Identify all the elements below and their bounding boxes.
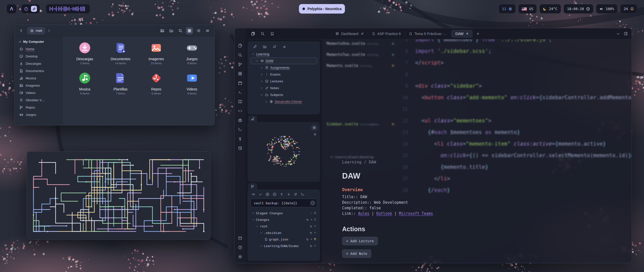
weather-indicator[interactable]: 24°C bbox=[539, 4, 561, 14]
thumbnails-button[interactable] bbox=[158, 27, 166, 35]
sidebar-item-documentos[interactable]: Documentos bbox=[17, 67, 60, 75]
sidebar-item-desktop[interactable]: Desktop bbox=[17, 53, 60, 60]
list-view-button[interactable] bbox=[195, 27, 202, 35]
stage-plus-icon[interactable]: + bbox=[311, 218, 312, 221]
pin-icon[interactable] bbox=[361, 32, 364, 35]
clock-indicator[interactable]: 18:08:28 bbox=[564, 4, 593, 14]
discard-undo-icon[interactable] bbox=[309, 244, 312, 247]
stage-plus-icon[interactable]: + bbox=[314, 231, 316, 234]
sidebar-item-home[interactable]: Home bbox=[17, 45, 60, 53]
sidebar-item-videos[interactable]: Videos bbox=[17, 89, 60, 96]
stage-plus-icon[interactable]: + bbox=[311, 237, 312, 241]
tree-item-exams[interactable]: Exams bbox=[249, 71, 318, 78]
files-icon[interactable] bbox=[237, 43, 243, 48]
dice-icon[interactable] bbox=[237, 145, 243, 151]
volume-indicator[interactable]: 100% bbox=[596, 4, 618, 14]
git-row-staged[interactable]: Staged Changes —0 bbox=[250, 210, 317, 216]
discard-undo-icon[interactable] bbox=[306, 218, 309, 221]
close-icon[interactable] bbox=[466, 32, 469, 35]
search-button[interactable] bbox=[177, 27, 184, 35]
bookmark-tab-icon[interactable] bbox=[270, 32, 274, 36]
graph-settings-gear-icon[interactable] bbox=[311, 124, 317, 131]
power-icon[interactable] bbox=[24, 7, 28, 11]
tree-item-subjects[interactable]: Subjects bbox=[249, 91, 318, 98]
graph-filter-icon[interactable] bbox=[313, 133, 317, 137]
tab-daw[interactable]: DAW bbox=[451, 30, 472, 38]
folder-documentos[interactable]: Documentos14 items bbox=[103, 41, 138, 65]
git-row-obsidian-dir[interactable]: .obsidian + bbox=[250, 229, 317, 236]
tree-item-desarrollo-cliente[interactable]: Desarrollo-Cliente bbox=[249, 98, 318, 105]
chevron-down-icon[interactable] bbox=[616, 32, 620, 36]
code-icon[interactable] bbox=[237, 108, 243, 114]
discard-undo-icon[interactable] bbox=[309, 231, 312, 234]
add-lecture-button[interactable]: + Add Lecture bbox=[342, 237, 378, 245]
discard-undo-icon[interactable] bbox=[306, 238, 309, 241]
new-folder-icon[interactable] bbox=[263, 45, 267, 49]
sync-icon[interactable] bbox=[237, 127, 243, 132]
breadcrumb[interactable]: matt bbox=[27, 27, 45, 35]
camera-icon[interactable] bbox=[237, 117, 243, 123]
notifications-indicator[interactable]: 24 bbox=[620, 4, 637, 14]
folder-musica[interactable]: Musica6 items bbox=[67, 71, 103, 95]
sidebar-section-header[interactable]: My Computer bbox=[17, 39, 60, 45]
check-icon[interactable] bbox=[259, 192, 262, 196]
dollar-icon[interactable] bbox=[237, 136, 243, 142]
sort-icon[interactable] bbox=[273, 45, 276, 49]
add-note-button[interactable]: + Add Note bbox=[342, 249, 371, 258]
sidebar-item-descargas[interactable]: Descargas bbox=[17, 60, 60, 67]
pull-icon[interactable] bbox=[287, 192, 291, 196]
editor-main-area[interactable]: MementoOne.sveltesrc\co…U MementoTwo.sve… bbox=[322, 39, 632, 263]
link-outlook[interactable]: Outlook bbox=[376, 211, 392, 216]
folder-juegos[interactable]: Juegos8 items bbox=[174, 41, 210, 65]
folder-plantillas[interactable]: Plantillas7 items bbox=[103, 71, 138, 95]
link-aules[interactable]: Aules bbox=[358, 211, 369, 216]
tree-item-assignments[interactable]: Assignments bbox=[249, 64, 318, 71]
commit-message-input[interactable] bbox=[251, 199, 317, 207]
sidebar-item-obsidian-vault[interactable]: Obsidian V… bbox=[17, 96, 60, 104]
right-sidebar-toggle-icon[interactable] bbox=[624, 32, 628, 36]
settings-gear-icon[interactable] bbox=[237, 254, 243, 259]
new-folder-button[interactable] bbox=[168, 27, 175, 35]
tree-item-notes[interactable]: Notes bbox=[249, 85, 318, 91]
updates-indicator[interactable]: 11 bbox=[499, 4, 516, 14]
keyboard-layout-indicator[interactable]: US bbox=[518, 4, 537, 14]
stage-plus-icon[interactable]: + bbox=[314, 224, 316, 228]
layout-grid-icon[interactable] bbox=[237, 71, 243, 76]
git-branch-icon[interactable] bbox=[237, 61, 243, 67]
tab-asp-practice[interactable]: ASP Practice 6 bbox=[368, 30, 405, 38]
git-row-graph-json[interactable]: graph.json + M bbox=[250, 236, 317, 243]
refresh-icon[interactable] bbox=[301, 192, 305, 196]
menu-button[interactable] bbox=[204, 27, 211, 35]
stage-all-plus-icon[interactable] bbox=[266, 192, 269, 196]
new-note-icon[interactable] bbox=[253, 45, 257, 49]
tree-item-lectures[interactable]: Lectures bbox=[249, 78, 318, 85]
explorer-tab-icon[interactable] bbox=[251, 32, 255, 36]
clear-message-icon[interactable]: ✕ bbox=[310, 200, 315, 206]
tree-item-learning[interactable]: Learning bbox=[249, 51, 318, 57]
graph-view-tab-icon[interactable] bbox=[248, 116, 257, 122]
graph-view-pane[interactable] bbox=[248, 122, 320, 182]
git-row-learning-daw-exams[interactable]: Learning/DAW/Exams + bbox=[250, 243, 317, 249]
tree-item-daw[interactable]: DAW bbox=[250, 57, 317, 64]
launcher-button[interactable]: Λ bbox=[7, 4, 17, 14]
folder-descargas[interactable]: Descargas2 items bbox=[67, 41, 103, 65]
discard-undo-icon[interactable] bbox=[309, 225, 312, 228]
link-microsoft-teams[interactable]: Microsoft Teams bbox=[399, 211, 433, 216]
change-list-icon[interactable] bbox=[294, 192, 298, 196]
terminal-icon[interactable] bbox=[237, 89, 243, 95]
git-row-changes[interactable]: Changes + 2 bbox=[250, 216, 317, 223]
commit-icon[interactable] bbox=[252, 192, 255, 196]
notes-app-icon[interactable] bbox=[31, 6, 37, 12]
book-icon[interactable] bbox=[237, 99, 243, 104]
sidebar-item-juegos[interactable]: Juegos bbox=[17, 111, 60, 118]
sidebar-item-repos[interactable]: Repos bbox=[17, 104, 60, 111]
search-tab-icon[interactable] bbox=[261, 32, 265, 36]
search-icon[interactable] bbox=[237, 52, 243, 58]
tab-dashboard[interactable]: Dashboard bbox=[332, 30, 368, 38]
grid-view-button[interactable] bbox=[186, 27, 193, 35]
tab-tema6[interactable]: Tema 6 Prácticas -… bbox=[405, 30, 451, 38]
unstage-all-minus-icon[interactable] bbox=[273, 192, 276, 196]
folder-imagenes[interactable]: Imagenes10 items bbox=[138, 41, 174, 65]
stage-plus-icon[interactable]: + bbox=[314, 244, 316, 248]
push-icon[interactable] bbox=[280, 192, 284, 196]
